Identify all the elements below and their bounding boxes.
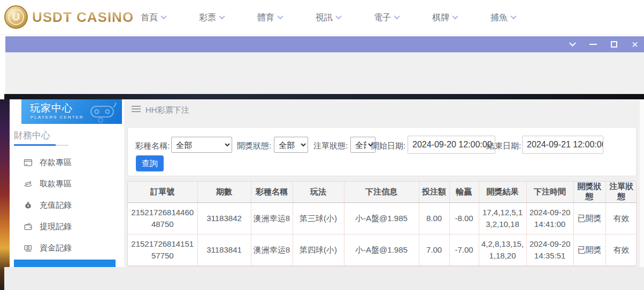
bets-table-panel: 訂單號 期數 彩種名稱 玩法 下注信息 投注額 輸贏 開獎結果 下注時間 開獎狀… (127, 181, 637, 267)
page-title: HH彩票下注 (145, 105, 189, 115)
table-header-row: 訂單號 期數 彩種名稱 玩法 下注信息 投注額 輸贏 開獎結果 下注時間 開獎狀… (128, 182, 637, 202)
chevron-down-icon (277, 13, 283, 19)
sidebar-item-withdraw[interactable]: 取款專區 (10, 173, 124, 194)
chevron-down-icon (510, 13, 516, 19)
draw-status-label: 開獎狀態: (237, 141, 271, 151)
lottery-name-select[interactable]: 全部 (171, 137, 232, 153)
gamepad-icon (88, 102, 119, 123)
cell-lottery-name: 澳洲幸运8 (251, 234, 293, 265)
menu-toggle-icon[interactable] (132, 106, 141, 113)
cell-win-loss: -7.00 (449, 234, 479, 265)
search-button[interactable]: 查詢 (136, 155, 164, 171)
cell-draw-status: 已開獎 (573, 202, 605, 234)
col-bet-amount: 投注額 (419, 182, 449, 202)
window-maximize-button[interactable] (610, 40, 618, 49)
table-row: 2152172681446048750 31183842 澳洲幸运8 第三球(小… (128, 202, 637, 234)
cell-play-type: 第三球(小) (293, 202, 344, 234)
sidebar-item-funds-records[interactable]: 資金記錄 (10, 237, 124, 258)
players-center-title: 玩家中心 (30, 101, 73, 115)
window-collapse-button[interactable] (568, 40, 577, 49)
minimize-icon (589, 44, 597, 45)
sidebar-item-recharge-records[interactable]: ¥ 充值記錄 (10, 194, 124, 216)
chevron-down-icon (219, 13, 225, 19)
cell-bet-amount: 8.00 (419, 202, 449, 234)
top-nav-bar: U USDT CASINO 首頁 彩票 體育 視訊 電子 棋牌 捕魚 (0, 0, 644, 35)
cell-draw-result: 4,2,8,13,15,1,18,20 (479, 234, 526, 265)
col-draw-result: 開獎結果 (479, 182, 526, 202)
chevron-down-icon (569, 40, 576, 46)
start-date-input[interactable] (408, 136, 495, 154)
window-minimize-button[interactable] (589, 40, 597, 49)
window-close-button[interactable]: × (631, 40, 639, 49)
withdrawal-record-icon (24, 222, 33, 231)
nav-item-slots[interactable]: 電子 (374, 12, 399, 23)
nav-item-label: 首頁 (141, 12, 158, 23)
background-image-strip (0, 99, 10, 290)
cell-order-status: 有效 (605, 202, 637, 234)
nav-item-live-video[interactable]: 視訊 (316, 12, 341, 23)
sidebar-item-withdrawal-records[interactable]: 提現記錄 (10, 216, 124, 237)
col-play-type: 玩法 (293, 182, 344, 202)
col-period: 期數 (197, 182, 251, 202)
brand-name: USDT CASINO (32, 9, 134, 26)
window-title-bar: × (5, 36, 644, 52)
chevron-down-icon (452, 13, 458, 19)
end-date-label: 結束日期: (487, 141, 521, 151)
right-margin (640, 99, 644, 267)
cell-bet-info: 小-A盤@1.985 (344, 202, 419, 234)
cell-draw-status: 已開獎 (573, 234, 605, 265)
withdraw-icon (24, 179, 33, 189)
deposit-icon (24, 158, 33, 167)
sidebar-menu: 存款專區 取款專區 ¥ 充值記錄 提現記錄 資金記錄 (10, 152, 124, 258)
sidebar-item-label: 充值記錄 (40, 200, 72, 210)
order-status-label: 注單狀態: (313, 141, 348, 151)
nav-item-label: 電子 (374, 12, 391, 23)
col-order-status: 注單狀態 (605, 182, 637, 202)
cell-play-type: 第四球(小) (293, 234, 344, 265)
players-center-header: 玩家中心 PLAYERS CENTER (21, 99, 122, 124)
lottery-name-label: 彩種名稱: (135, 141, 170, 151)
svg-text:¥: ¥ (27, 203, 29, 207)
close-icon: × (632, 40, 638, 49)
chevron-down-icon (160, 13, 166, 19)
start-date-label: 開始日期: (371, 141, 405, 151)
cell-bet-amount: 7.00 (419, 234, 449, 265)
cell-bet-time: 2024-09-20 14:41:00 (526, 202, 573, 234)
cell-bet-info: 小-A盤@1.985 (344, 234, 419, 265)
nav-item-lottery[interactable]: 彩票 (199, 12, 224, 23)
col-bet-time: 下注時間 (526, 182, 573, 202)
end-date-input[interactable] (522, 136, 603, 154)
section-underline-accent (14, 144, 56, 146)
sidebar-item-label: 取款專區 (40, 179, 72, 189)
funds-record-icon (24, 244, 33, 253)
cell-lottery-name: 澳洲幸运8 (251, 202, 293, 234)
nav-item-label: 視訊 (316, 12, 333, 23)
sidebar-item-deposit[interactable]: 存款專區 (10, 152, 124, 173)
coin-icon: U (4, 5, 28, 29)
nav-item-board-games[interactable]: 棋牌 (432, 12, 457, 23)
coin-letter: U (8, 9, 24, 25)
nav-item-fishing[interactable]: 捕魚 (490, 12, 516, 23)
nav-item-label: 捕魚 (490, 12, 508, 23)
nav-item-sports[interactable]: 體育 (257, 12, 282, 23)
col-draw-status: 開獎狀態 (573, 182, 605, 202)
section-underline (56, 145, 68, 146)
background-dark-strip (4, 94, 644, 99)
main-nav: 首頁 彩票 體育 視訊 電子 棋牌 捕魚 (141, 0, 516, 35)
brand-logo[interactable]: U USDT CASINO (4, 5, 134, 29)
nav-item-label: 棋牌 (432, 12, 449, 23)
col-win-loss: 輸贏 (449, 182, 479, 202)
draw-status-select[interactable]: 全部 (274, 137, 308, 153)
cell-order-status: 有效 (605, 234, 637, 265)
finance-center-section-title: 財務中心 (14, 129, 50, 142)
nav-item-home[interactable]: 首頁 (141, 12, 166, 23)
players-center-subtitle: PLAYERS CENTER (30, 115, 83, 120)
maximize-icon (611, 41, 617, 48)
cell-period: 31183842 (197, 202, 251, 234)
filter-panel: 彩種名稱: 全部 開獎狀態: 全部 注單狀態: 全部 開始日期: 結束日期: 查… (127, 127, 637, 176)
table-row: 2152172681415157750 31183841 澳洲幸运8 第四球(小… (128, 234, 637, 265)
cell-order-number: 2152172681446048750 (128, 202, 197, 234)
bottom-bar (4, 267, 644, 290)
sidebar-item-label: 資金記錄 (40, 243, 72, 253)
chevron-down-icon (394, 13, 400, 19)
